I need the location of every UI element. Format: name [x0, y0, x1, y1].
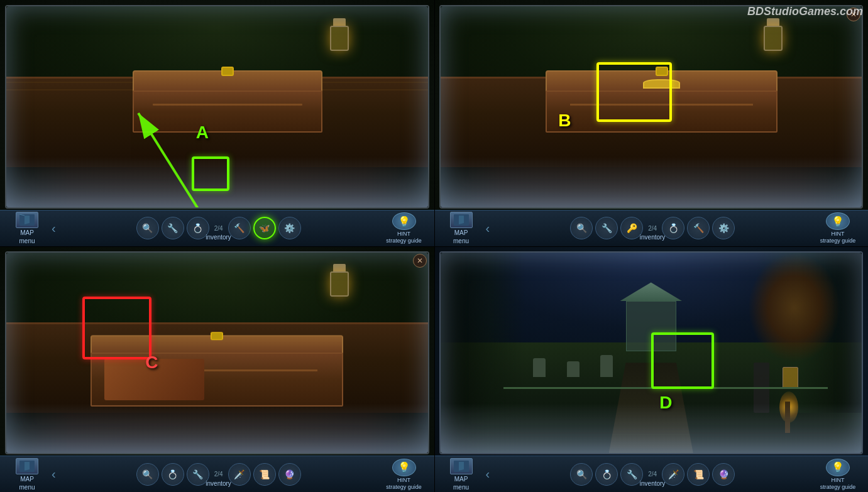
map-button-c[interactable]: MAP menu — [5, 458, 49, 491]
hint-label-a: HINT — [397, 231, 410, 237]
map-label-a: MAP — [20, 229, 34, 236]
hint-label-b: HINT — [832, 231, 845, 237]
map-button-a[interactable]: MAP menu — [5, 212, 49, 244]
hud-bar-a: MAP menu ‹ 🔍 🔧 💍 2/4 🔨 🦋 ⚙️ inventory 💡 — [0, 210, 434, 246]
close-button-c[interactable]: ✕ — [413, 254, 427, 268]
lantern-body-c — [330, 271, 349, 297]
gravestone-1-d — [533, 358, 546, 377]
chest-body-c — [91, 353, 343, 407]
tree-left-d — [441, 253, 525, 454]
item-slot-b-6[interactable]: ⚙️ — [712, 217, 735, 239]
item-slot-d-6[interactable]: 🔮 — [712, 463, 735, 486]
map-icon-d — [450, 458, 473, 474]
map-label-c: MAP — [20, 476, 34, 483]
item-slot-a-2[interactable]: 🔧 — [162, 217, 184, 239]
lantern-body-b — [764, 26, 783, 51]
panel-c: C ✕ MAP menu ‹ 🔍 � — [0, 246, 434, 493]
label-a: A — [196, 123, 209, 143]
map-label-b: MAP — [454, 229, 468, 236]
inventory-label-a: inventory — [206, 234, 231, 241]
lantern-top-c — [333, 264, 346, 271]
scene-frame-b: B — [439, 5, 864, 209]
item-slot-d-4[interactable]: 🗡️ — [662, 463, 684, 486]
chest-scene-c: C — [6, 253, 428, 454]
page-d: 2/4 — [648, 471, 657, 478]
menu-label-b: menu — [453, 238, 469, 244]
hint-button-d[interactable]: 💡 HINT strategy guide — [813, 459, 863, 490]
inventory-label-c: inventory — [206, 480, 231, 487]
strategy-label-a: strategy guide — [386, 238, 422, 244]
nav-left-d[interactable]: ‹ — [486, 467, 490, 481]
item-slot-c-6[interactable]: 🔮 — [278, 463, 301, 486]
strategy-label-d: strategy guide — [820, 484, 856, 490]
gravestone-2-d — [567, 361, 580, 377]
item-slot-d-2[interactable]: 💍 — [595, 463, 618, 486]
map-button-b[interactable]: MAP menu — [439, 212, 483, 244]
scene-frame-d: D — [439, 251, 864, 455]
scene-frame-c: C — [5, 251, 429, 455]
highlight-box-d — [651, 332, 714, 389]
item-slot-b-2[interactable]: 🔧 — [595, 217, 618, 239]
item-slot-a-6[interactable]: ⚙️ — [278, 217, 301, 239]
label-d: D — [659, 393, 672, 413]
highlight-box-b — [596, 62, 672, 122]
map-svg-d — [454, 461, 469, 472]
inventory-area-c: 🔍 💍 🔧 2/4 🗡️ 📜 🔮 inventory — [58, 463, 379, 486]
chest-scene-a: A — [6, 6, 428, 207]
page-c: 2/4 — [214, 471, 223, 478]
item-slot-c-4[interactable]: 🗡️ — [228, 463, 251, 486]
nav-left-c[interactable]: ‹ — [52, 467, 56, 481]
lantern-top-a — [333, 18, 346, 26]
lantern-c — [327, 262, 352, 300]
label-b: B — [558, 111, 571, 131]
label-c: C — [145, 353, 158, 373]
item-slot-b-4[interactable]: 💍 — [662, 217, 684, 239]
lantern-a — [327, 16, 352, 54]
hud-bar-d: MAP menu ‹ 🔍 💍 🔧 2/4 🗡️ 📜 🔮 inventory 💡 — [434, 456, 869, 492]
nav-left-b[interactable]: ‹ — [486, 221, 490, 236]
item-slot-c-5[interactable]: 📜 — [253, 463, 276, 486]
item-slot-c-2[interactable]: 💍 — [162, 463, 184, 486]
item-slot-b-1[interactable]: 🔍 — [570, 217, 593, 239]
chest-a — [133, 70, 322, 131]
item-slot-b-5[interactable]: 🔨 — [687, 217, 710, 239]
inventory-area-b: 🔍 🔧 🔑 2/4 💍 🔨 ⚙️ inventory — [492, 217, 813, 239]
inventory-label-d: inventory — [640, 480, 666, 487]
map-icon-a — [16, 212, 38, 228]
item-slot-a-1[interactable]: 🔍 — [136, 217, 159, 239]
scene-frame-a: A — [5, 5, 429, 209]
horizontal-divider — [0, 246, 868, 247]
hint-button-a[interactable]: 💡 HINT strategy guide — [379, 212, 429, 244]
panel-d: D MAP menu ‹ 🔍 💍 — [434, 246, 869, 493]
menu-label-a: menu — [19, 238, 35, 244]
hint-label-c: HINT — [397, 477, 410, 483]
item-slot-d-1[interactable]: 🔍 — [570, 463, 593, 486]
map-svg-a — [19, 214, 35, 226]
nav-left-a[interactable]: ‹ — [52, 221, 56, 236]
lantern-body-a — [330, 26, 349, 51]
map-button-d[interactable]: MAP menu — [439, 458, 483, 491]
item-slot-c-1[interactable]: 🔍 — [136, 463, 159, 486]
highlight-box-a — [192, 156, 229, 191]
item-slot-a-4[interactable]: 🔨 — [228, 217, 251, 239]
inventory-area-d: 🔍 💍 🔧 2/4 🗡️ 📜 🔮 inventory — [492, 463, 813, 486]
tree-canopy-d — [748, 253, 841, 363]
chest-clasp-a — [221, 67, 234, 76]
highlight-box-c — [82, 297, 151, 359]
map-icon-c — [16, 458, 38, 474]
lantern-post-d — [785, 402, 790, 433]
menu-label-c: menu — [19, 484, 35, 491]
page-a: 2/4 — [214, 225, 223, 232]
map-icon-b — [450, 212, 473, 228]
map-svg-c — [19, 461, 35, 472]
chest-scene-b: B — [441, 6, 862, 207]
gazebo-roof-d — [620, 282, 683, 301]
hint-button-c[interactable]: 💡 HINT strategy guide — [379, 459, 429, 490]
close-button-b[interactable]: ✕ — [847, 8, 860, 21]
item-slot-a-5[interactable]: 🦋 — [253, 217, 276, 239]
item-slot-d-5[interactable]: 📜 — [687, 463, 710, 486]
chest-body-a — [133, 90, 322, 133]
hint-button-b[interactable]: 💡 HINT strategy guide — [813, 212, 863, 244]
chest-clasp-c — [211, 332, 223, 341]
menu-label-d: menu — [453, 484, 469, 491]
